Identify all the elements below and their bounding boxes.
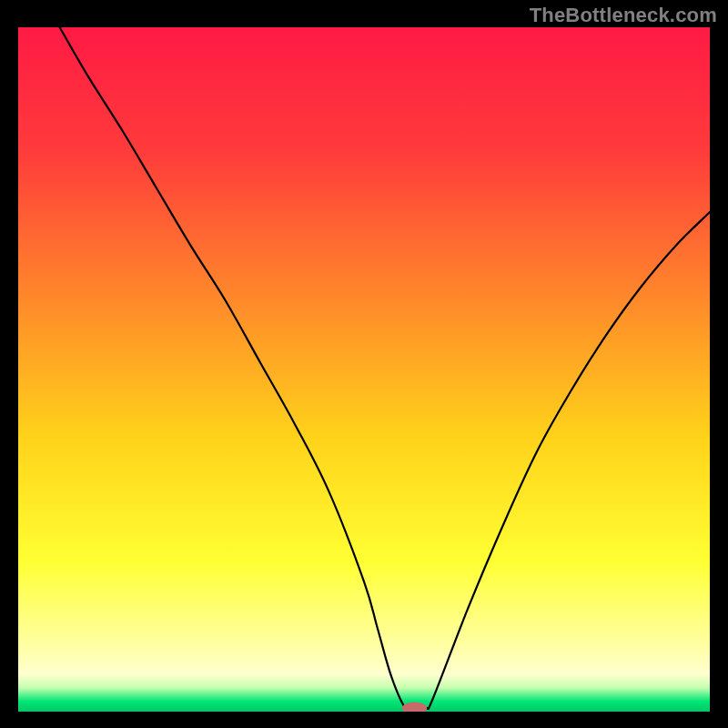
chart-container: TheBottleneck.com [0, 0, 728, 728]
watermark-text: TheBottleneck.com [530, 4, 717, 27]
plot-area [18, 27, 710, 712]
chart-svg [18, 27, 710, 712]
